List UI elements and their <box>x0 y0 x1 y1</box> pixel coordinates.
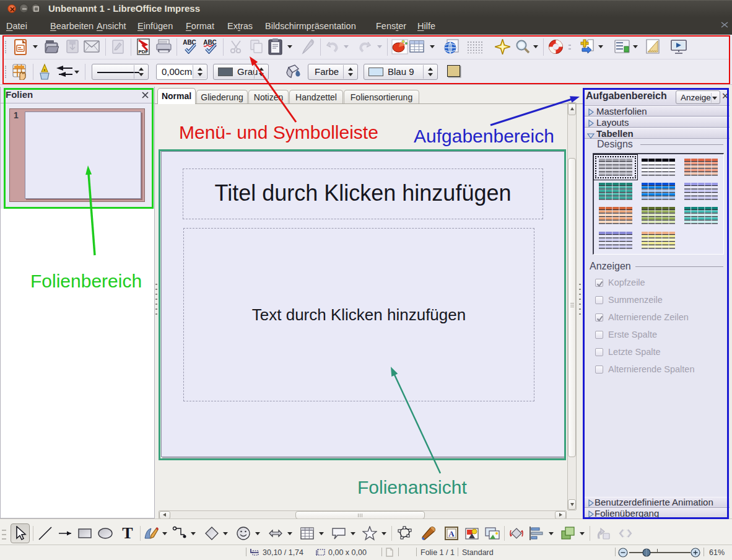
svg-text:A: A <box>448 529 455 538</box>
